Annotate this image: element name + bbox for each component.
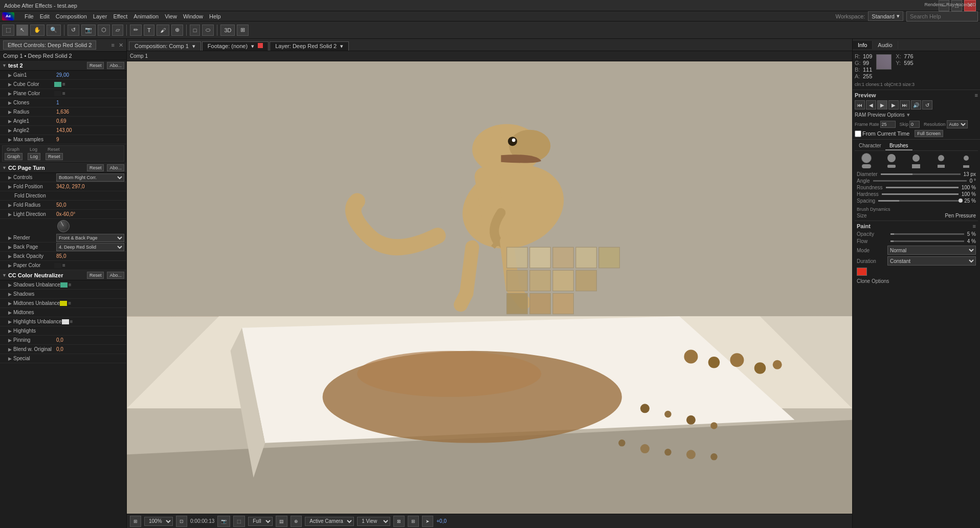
full-screen-btn[interactable]: Full Screen	[915, 130, 943, 137]
next-frame-btn[interactable]: ▶	[888, 100, 899, 109]
brush-item-4[interactable]	[938, 155, 944, 161]
effect-controls-tab[interactable]: Effect Controls: Deep Red Solid 2	[3, 40, 96, 50]
back-page-expand[interactable]: ▶	[8, 245, 12, 250]
prev-frame-btn[interactable]: ◀	[866, 100, 876, 109]
brush-tool[interactable]: 🖌	[157, 25, 169, 36]
light-direction-expand[interactable]: ▶	[8, 212, 12, 217]
highlights-unbalance-expand[interactable]: ▶	[8, 319, 12, 324]
from-current-checkbox[interactable]	[855, 130, 861, 137]
brush-item-3[interactable]	[912, 155, 920, 162]
comp-tab-dropdown-icon[interactable]: ▾	[192, 43, 195, 49]
menu-edit[interactable]: Edit	[40, 13, 50, 19]
viewer-3d-btn[interactable]: ⊕	[291, 516, 302, 527]
audio-btn[interactable]: 🔊	[911, 100, 921, 109]
fold-radius-expand[interactable]: ▶	[8, 203, 12, 208]
blend-value[interactable]: 0,0	[56, 346, 63, 352]
angle2-expand-icon[interactable]: ▶	[8, 128, 12, 133]
comp-tab-composition[interactable]: Composition: Comp 1 ▾	[129, 41, 201, 51]
blend-expand[interactable]: ▶	[8, 347, 12, 352]
shadows-unbalance-swatch[interactable]	[60, 282, 68, 288]
paint-duration-select[interactable]: Constant	[887, 256, 976, 266]
menu-window[interactable]: Window	[183, 13, 203, 19]
special-expand[interactable]: ▶	[8, 356, 12, 361]
hardness-slider[interactable]	[882, 193, 959, 195]
test2-reset-btn[interactable]: Reset	[87, 62, 104, 69]
plane-color-swatch[interactable]	[54, 91, 61, 96]
camera-tool[interactable]: 📷	[81, 25, 96, 36]
loop-btn[interactable]: ↺	[922, 100, 932, 109]
fold-radius-value[interactable]: 50,0	[56, 202, 66, 208]
gain1-expand-icon[interactable]: ▶	[8, 73, 12, 78]
cube-color-swatch[interactable]	[54, 82, 61, 87]
viewer-snap-btn[interactable]: ⊡	[176, 516, 187, 527]
viewer-guide-btn[interactable]: ⊞	[408, 516, 419, 527]
plane-color-expand-icon[interactable]: ▶	[8, 91, 12, 96]
midtones-unbalance-expand[interactable]: ▶	[8, 301, 12, 306]
menu-help[interactable]: Help	[209, 13, 221, 19]
gain1-value[interactable]: 29,00	[56, 72, 69, 78]
viewer-motion-btn[interactable]: ➤	[422, 516, 433, 527]
cc-color-about-btn[interactable]: Abo...	[107, 272, 124, 279]
skip-input[interactable]	[909, 121, 920, 128]
highlights-unbalance-swatch[interactable]	[62, 319, 69, 324]
zoom-tool[interactable]: 🔍	[47, 25, 61, 36]
select-tool[interactable]: ↖	[16, 25, 28, 36]
cc-page-turn-collapse-icon[interactable]: ▼	[2, 165, 7, 170]
clone-tool[interactable]: ⊕	[171, 25, 183, 36]
log-btn[interactable]: Log	[28, 153, 40, 160]
quality-select[interactable]: Full Half	[248, 517, 273, 526]
resolution-select[interactable]: Auto Full Half	[947, 120, 968, 128]
midtones-expand[interactable]: ▶	[8, 310, 12, 315]
tab-brushes[interactable]: Brushes	[885, 142, 912, 150]
brush-item-9[interactable]	[938, 165, 945, 168]
workspace-selector[interactable]: Standard ▾	[868, 11, 903, 21]
text-tool[interactable]: T	[144, 25, 154, 36]
cc-color-reset-btn[interactable]: Reset	[87, 272, 104, 279]
shadows-expand[interactable]: ▶	[8, 292, 12, 297]
plane-color-eyedropper[interactable]: ≡	[62, 91, 65, 96]
shape-tool[interactable]: □	[190, 25, 201, 36]
3d-view-btn[interactable]: 3D	[220, 25, 235, 36]
comp-tab-layer[interactable]: Layer: Deep Red Solid 2 ▾	[270, 41, 349, 51]
back-opacity-value[interactable]: 85,0	[56, 253, 66, 259]
pinning-value[interactable]: 0,0	[56, 337, 63, 343]
brush-item-6[interactable]	[862, 164, 871, 168]
highlights-unbalance-eyedropper[interactable]: ≡	[70, 319, 73, 324]
angle-slider[interactable]	[873, 180, 967, 182]
ram-preview-dropdown-icon[interactable]: ▾	[907, 112, 910, 118]
viewer-region-btn[interactable]: ⬚	[233, 516, 245, 527]
menu-effect[interactable]: Effect	[113, 13, 127, 19]
diameter-slider[interactable]	[881, 173, 961, 175]
frame-rate-input[interactable]	[880, 121, 896, 128]
brush-item-2[interactable]	[887, 154, 896, 162]
paint-mode-select[interactable]: Normal	[887, 246, 976, 255]
shadows-unbalance-eyedropper[interactable]: ≡	[69, 282, 72, 288]
pen-tool[interactable]: ✏	[130, 25, 142, 36]
viewer-camera-btn[interactable]: 📷	[217, 516, 230, 527]
brush-item-1[interactable]	[861, 153, 872, 163]
viewer-mode-btn[interactable]: ⊞	[130, 516, 141, 527]
mask-tool[interactable]: ▱	[112, 25, 123, 36]
paint-color-swatch[interactable]	[857, 268, 867, 276]
viewer-toggle-btn[interactable]: ▤	[276, 516, 287, 527]
paper-color-expand[interactable]: ▶	[8, 263, 12, 268]
menu-file[interactable]: File	[25, 13, 34, 19]
angle2-value[interactable]: 143,00	[56, 127, 72, 133]
tab-character[interactable]: Character	[855, 142, 885, 150]
radius-value[interactable]: 1,636	[56, 109, 69, 115]
viewer-overlay-btn[interactable]: ⊠	[393, 516, 405, 527]
spacing-slider[interactable]	[878, 200, 961, 202]
tab-info[interactable]: Info	[853, 41, 873, 49]
angle1-expand-icon[interactable]: ▶	[8, 119, 12, 124]
angle1-value[interactable]: 0,69	[56, 118, 66, 124]
midtones-unbalance-swatch[interactable]	[60, 301, 67, 306]
cc-controls-expand[interactable]: ▶	[8, 175, 12, 180]
test2-about-btn[interactable]: Abo...	[107, 62, 124, 69]
preview-menu-icon[interactable]: ≡	[975, 92, 978, 98]
menu-composition[interactable]: Composition	[56, 13, 87, 19]
cc-page-turn-reset-btn[interactable]: Reset	[87, 164, 104, 171]
view-select[interactable]: 1 View 2 Views 4 Views	[357, 517, 390, 526]
maxsamples-value[interactable]: 9	[56, 137, 59, 142]
skip-fwd-btn[interactable]: ⏭	[900, 100, 910, 109]
opacity-slider[interactable]	[890, 233, 964, 235]
